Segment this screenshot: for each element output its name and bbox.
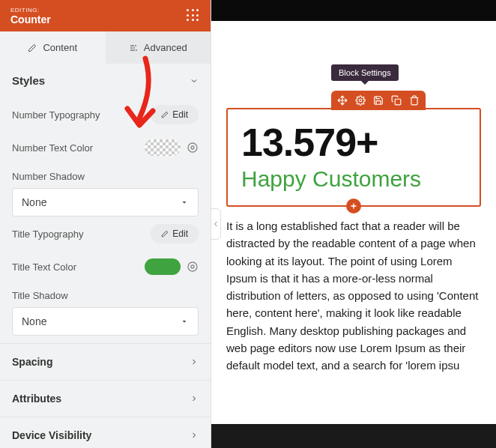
chevron-right-icon [190,357,199,366]
chevron-right-icon [190,394,199,403]
row-number-typography: Number Typography Edit [12,97,199,132]
svg-point-4 [359,99,362,102]
sidebar-header: EDITING: Counter [0,0,211,31]
number-shadow-value: None [22,196,46,208]
drag-handle-icon[interactable] [187,9,200,22]
eyedropper-icon[interactable] [187,261,199,273]
spacing-label: Spacing [12,356,52,368]
plus-icon [349,202,358,211]
svg-point-0 [188,143,197,152]
device-visibility-label: Device Visibility [12,429,91,441]
chevron-right-icon [190,431,199,440]
edit-title-typography-button[interactable]: Edit [151,224,199,243]
edit-label: Edit [172,109,188,120]
gear-icon[interactable] [355,95,366,106]
row-title-typography: Title Typography Edit [12,217,199,251]
save-icon[interactable] [373,95,384,106]
counter-block[interactable]: 13.579+ Happy Customers [226,108,481,207]
caret-down-icon [180,198,189,207]
row-number-text-color: Number Text Color [12,132,199,163]
trash-icon[interactable] [409,95,420,106]
body-text[interactable]: It is a long established fact that a rea… [226,217,481,374]
edit-label: Edit [172,228,188,239]
number-text-color-swatch[interactable] [145,139,181,156]
move-icon[interactable] [337,95,348,106]
preview-pane: Block Settings 13.579+ Happy Customers I… [211,0,496,448]
label-title-text-color: Title Text Color [12,261,76,273]
counter-number: 13.579+ [241,120,466,165]
tab-content-label: Content [43,42,77,53]
title-shadow-value: None [22,315,46,327]
panel: Styles Number Typography Edit Number Tex… [0,64,211,448]
caret-down-icon [180,317,189,326]
number-shadow-select[interactable]: None [12,188,199,217]
styles-body: Number Typography Edit Number Text Color… [0,97,211,343]
section-styles-head[interactable]: Styles [0,64,211,97]
preview-top-bar [211,0,496,21]
label-number-text-color: Number Text Color [12,142,93,154]
pencil-icon [28,43,37,52]
tabs: Content Advanced [0,31,211,64]
section-device-visibility[interactable]: Device Visibility [0,417,211,448]
tab-content[interactable]: Content [0,31,106,64]
title-shadow-select[interactable]: None [12,307,199,336]
attributes-label: Attributes [12,393,61,405]
label-title-shadow: Title Shadow [12,282,199,306]
tab-advanced[interactable]: Advanced [106,31,211,64]
block-title: Counter [10,13,51,25]
pencil-icon [161,111,169,118]
svg-point-2 [188,262,197,271]
title-text-color-swatch[interactable] [145,258,181,275]
section-spacing[interactable]: Spacing [0,343,211,380]
canvas: Block Settings 13.579+ Happy Customers I… [211,21,496,448]
eyedropper-icon[interactable] [187,142,199,154]
settings-sidebar: EDITING: Counter Content Advanced Styles… [0,0,211,448]
svg-rect-5 [395,99,401,105]
counter-subtitle: Happy Customers [241,166,466,192]
sliders-icon [129,43,138,52]
svg-point-1 [191,146,194,149]
copy-icon[interactable] [391,95,402,106]
chevron-down-icon [190,76,199,85]
add-block-button[interactable] [346,199,361,214]
pencil-icon [161,230,169,237]
label-number-shadow: Number Shadow [12,163,199,187]
label-title-typography: Title Typography [12,228,83,240]
row-title-text-color: Title Text Color [12,251,199,282]
svg-point-3 [191,265,194,268]
block-toolbar [331,91,426,110]
editing-label: EDITING: [10,7,51,13]
block-settings-tooltip: Block Settings [331,64,399,81]
styles-heading: Styles [12,74,45,87]
tab-advanced-label: Advanced [144,42,187,53]
section-attributes[interactable]: Attributes [0,380,211,417]
label-number-typography: Number Typography [12,109,100,121]
edit-number-typography-button[interactable]: Edit [151,105,199,124]
preview-bottom-bar [211,424,496,448]
